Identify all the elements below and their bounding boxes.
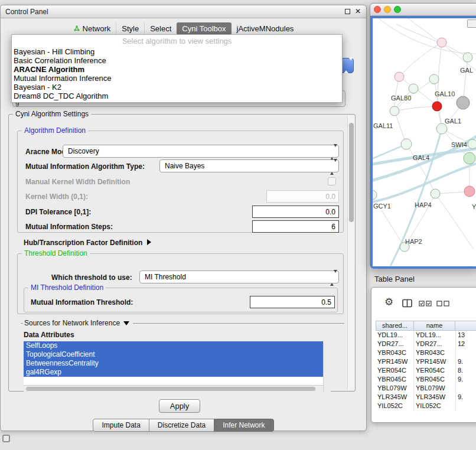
table-row[interactable]: YDR27... YDR27... 12 [376,340,476,348]
tab-infer-network[interactable]: Infer Network [214,419,273,432]
column-header-shared[interactable]: shared... [376,321,414,331]
close-traffic-light[interactable] [374,6,381,13]
close-icon[interactable]: ✕ [355,7,361,15]
data-attributes-label: Data Attributes [24,331,74,339]
group-title: Algorithm Definition [22,126,88,135]
cell: YBR045C [414,375,456,384]
settings-scrollbar[interactable] [347,116,354,390]
tab-label: Select [150,24,171,33]
gear-icon[interactable]: ⚙ [384,297,393,307]
manual-kernel-checkbox [328,177,336,185]
column-header-extra[interactable] [455,321,476,331]
list-horizontal-scrollbar[interactable] [24,385,323,392]
table-row[interactable]: YBL079W YBL079W [376,384,476,393]
list-item-selected[interactable]: BetweennessCentrality [24,359,323,368]
canvas-corner-widget[interactable] [467,19,476,28]
dropdown-item[interactable]: Dream8 DC_TDC Algorithm [12,92,342,100]
network-node-labels: GAL GAL80 GAL10 GAL11 GAL1 SWI4 GAL4 GCY… [373,67,476,245]
sources-expander[interactable]: Sources for Network Inference [23,319,133,327]
tab-label: Style [122,24,139,33]
scrollbar-thumb[interactable] [26,387,315,391]
cell: 9. [456,375,476,384]
network-tab-icon [73,25,80,32]
tab-label: Cyni Toolbox [182,24,226,33]
up-down-arrows-icon [330,147,336,158]
columns-icon[interactable] [402,299,413,308]
unchecked-boxes-icon[interactable] [436,301,451,306]
group-title: Threshold Definition [22,249,90,257]
tab-jactivemnodules[interactable]: jActiveMNodules [232,22,299,35]
tab-style[interactable]: Style [116,22,144,35]
network-window-titlebar [370,4,476,16]
aracne-mode-combobox[interactable]: Discovery [63,145,339,158]
scrollbar-thumb[interactable] [349,123,354,222]
dropdown-item[interactable]: Basic Correlation Inference [12,56,342,65]
cell: YBR043C [414,348,456,357]
zoom-traffic-light[interactable] [394,6,401,13]
window-title: Control Panel [5,8,48,16]
cell: YDR27... [414,340,456,348]
cell: YPR145W [414,357,456,366]
cell: YBL079W [376,384,414,393]
list-item-selected[interactable]: SelfLoops [24,341,323,350]
table-row[interactable]: YIL052C YIL052C [376,402,476,410]
tab-impute-data[interactable]: Impute Data [93,419,149,432]
threshold-definition-group: Threshold Definition Which threshold to … [17,253,344,314]
cyni-algorithm-settings-group: Cyni Algorithm Settings Algorithm Defini… [8,114,356,392]
tab-cyni-toolbox[interactable]: Cyni Toolbox [177,22,231,35]
table-row[interactable]: YLR345W YLR345W 9. [376,393,476,402]
dropdown-item-selected[interactable]: ARACNE Algorithm [12,65,342,74]
cell: YDR27... [376,340,414,348]
mi-steps-label: Mutual Information Steps: [25,223,113,231]
dropdown-item[interactable]: Bayesian - K2 [12,83,342,92]
apply-button[interactable]: Apply [159,399,200,413]
algorithm-dropdown-popup: Select algorithm to view settings Bayesi… [11,34,343,103]
network-focus-frame: GAL GAL80 GAL10 GAL11 GAL1 SWI4 GAL4 GCY… [370,16,476,269]
network-edges[interactable] [373,18,476,249]
table-row[interactable]: YBR045C YBR045C 9. [376,375,476,384]
control-panel-tabbar: Network Style Select Cyni Toolbox jActiv… [1,21,366,35]
table-row[interactable]: YDL19... YDL19... 13 [376,331,476,340]
dpi-tolerance-label: DPI Tolerance [0,1]: [25,208,91,216]
combobox-value: MI Threshold [145,273,186,281]
column-header-name[interactable]: name [413,321,455,331]
table-row[interactable]: YER054C YER054C 8. [376,366,476,375]
mi-steps-field[interactable]: 6 [252,220,339,233]
control-panel-titlebar: Control Panel ✕ [1,5,366,18]
tab-label: Network [83,24,111,33]
cell: YBL079W [414,384,456,393]
control-panel-window: Control Panel ✕ Network Style Select [0,5,367,431]
list-item-selected[interactable]: gal4RGexp [24,368,323,377]
network-canvas[interactable]: GAL GAL80 GAL10 GAL11 GAL1 SWI4 GAL4 GCY… [373,18,476,266]
tab-select[interactable]: Select [144,22,177,35]
dropdown-item[interactable]: Bayesian - Hill Climbing [12,47,342,56]
cell: YLR345W [376,393,414,402]
manual-kernel-label: Manual Kernel Width Definition [25,178,130,186]
table-row[interactable]: YBR043C YBR043C [376,348,476,357]
threshold-combobox[interactable]: MI Threshold [139,270,339,283]
cell [456,348,476,357]
cell [456,384,476,393]
minimize-traffic-light[interactable] [384,6,391,13]
cell: 9. [456,393,476,402]
network-view-window: GAL GAL80 GAL10 GAL11 GAL1 SWI4 GAL4 GCY… [370,3,476,268]
hub-definition-expander[interactable]: Hub/Transcription Factor Definition [24,239,151,247]
tab-discretize-data[interactable]: Discretize Data [149,419,214,432]
minimized-window-icon[interactable] [2,435,10,442]
cell: 9. [456,357,476,366]
cyni-bottom-tabbar: Impute Data Discretize Data Infer Networ… [1,419,366,432]
mi-type-combobox[interactable]: Naive Bayes [159,159,339,172]
node-label: GAL10 [435,90,455,97]
tab-network[interactable]: Network [68,22,116,35]
table-row[interactable]: YPR145W YPR145W 9. [376,357,476,366]
dpi-tolerance-field[interactable]: 0.0 [252,206,339,218]
list-vertical-scrollbar[interactable] [323,341,331,392]
node-label: Y [472,203,476,210]
dropdown-item[interactable]: Mutual Information Inference [12,74,342,83]
checked-boxes-icon[interactable] [419,301,433,306]
mi-threshold-field[interactable]: 0.5 [250,296,335,308]
kernel-width-field: 0.0 [266,190,339,203]
float-window-icon[interactable] [345,9,350,14]
group-title: Cyni Algorithm Settings [13,110,91,118]
list-item-selected[interactable]: TopologicalCoefficient [24,350,323,359]
